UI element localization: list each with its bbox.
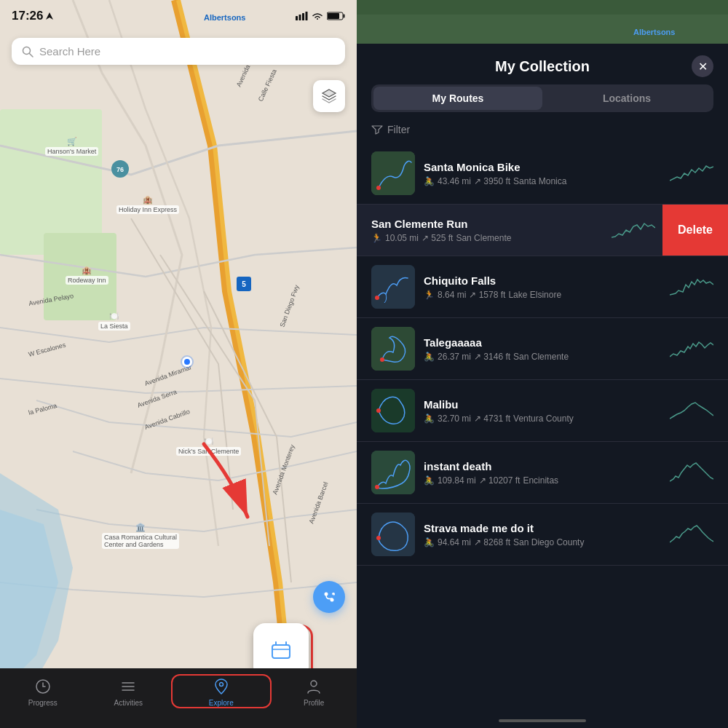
map-peek-svg: Albertsons xyxy=(357,0,728,44)
time-text-left: 17:26 xyxy=(12,9,43,23)
route-name-malibu: Malibu xyxy=(424,398,664,411)
search-bar[interactable]: Search Here xyxy=(12,38,345,65)
filter-row[interactable]: Filter xyxy=(357,121,728,143)
tab-profile[interactable]: Profile xyxy=(272,674,357,707)
map-peek: 17:26 xyxy=(357,0,728,44)
tab-explore[interactable]: Explore xyxy=(171,674,272,708)
route-name-san-clemente: San Clemente Run xyxy=(371,218,648,230)
hansons-label: Hanson's Market xyxy=(45,147,98,156)
filter-label: Filter xyxy=(387,124,410,135)
route-icon-santa-monica: 🚴 xyxy=(424,176,435,186)
elevation-chart-santa-monica xyxy=(670,162,713,184)
svg-text:+: + xyxy=(331,593,334,597)
route-item-malibu[interactable]: Malibu 🚴 32.70 mi ↗ 4731 ft Ventura Coun… xyxy=(357,380,728,442)
progress-label: Progress xyxy=(28,699,58,707)
route-map-talegaaaaa xyxy=(371,327,415,371)
elevation-chart-instant-death xyxy=(670,462,713,483)
svg-rect-30 xyxy=(272,645,290,658)
route-item-chiquito[interactable]: Chiquito Falls 🏃 8.64 mi ↗ 1578 ft Lake … xyxy=(357,256,728,318)
poi-hansons: 🛒 Hanson's Market xyxy=(45,137,98,156)
route-info-talegaaaaa: Talegaaaaa 🚴 26.37 mi ↗ 3146 ft San Clem… xyxy=(424,336,664,362)
close-button[interactable]: ✕ xyxy=(692,55,713,77)
layers-icon xyxy=(321,88,337,104)
route-name-strava: Strava made me do it xyxy=(424,522,664,534)
route-item-strava[interactable]: Strava made me do it 🚴 94.64 mi ↗ 8268 f… xyxy=(357,504,728,566)
tab-locations[interactable]: Locations xyxy=(542,87,711,110)
add-route-icon: + xyxy=(322,590,336,604)
route-map-instant-death xyxy=(371,451,415,494)
home-indicator xyxy=(357,713,728,728)
explore-label: Explore xyxy=(209,699,234,707)
location-arrow-icon xyxy=(46,12,53,20)
route-details-talegaaaaa: 🚴 26.37 mi ↗ 3146 ft San Clemente xyxy=(424,352,664,362)
route-item-instant-death[interactable]: instant death 🚴 109.84 mi ↗ 10207 ft Enc… xyxy=(357,442,728,504)
routes-list: Santa Monica Bike 🚴 43.46 mi ↗ 3950 ft S… xyxy=(357,143,728,713)
svg-rect-26 xyxy=(328,13,339,19)
tab-activities[interactable]: Activities xyxy=(86,674,172,707)
tab-progress[interactable]: Progress xyxy=(0,674,86,707)
route-nothumbed-content: San Clemente Run 🏃 10.05 mi ↗ 525 ft San… xyxy=(357,207,662,253)
route-details-instant-death: 🚴 109.84 mi ↗ 10207 ft Encinitas xyxy=(424,475,664,486)
route-details-strava: 🚴 94.64 mi ↗ 8268 ft San Diego County xyxy=(424,537,664,547)
route-info-chiquito: Chiquito Falls 🏃 8.64 mi ↗ 1578 ft Lake … xyxy=(424,274,664,300)
battery-icon xyxy=(327,12,345,20)
map-background: 5 Avenida Calle Fiesta San Diego Fwy Ave… xyxy=(0,0,357,728)
lasiesta-label: La Siesta xyxy=(98,322,130,331)
route-item-san-clemente[interactable]: San Clemente Run 🏃 10.05 mi ↗ 525 ft San… xyxy=(357,205,728,256)
svg-point-60 xyxy=(376,408,381,413)
route-thumb-santa-monica xyxy=(371,151,415,195)
bottom-tab-bar-left: Progress Activities Explore xyxy=(0,668,357,728)
add-route-button[interactable]: + xyxy=(313,581,345,613)
activities-label: Activities xyxy=(114,699,143,707)
casa-label: Casa Romantica CulturalCenter and Garden… xyxy=(102,533,179,549)
status-icons-left xyxy=(296,12,345,20)
tab-my-routes[interactable]: My Routes xyxy=(373,87,542,110)
layers-button[interactable] xyxy=(313,80,345,112)
profile-icon xyxy=(304,677,323,696)
svg-rect-20 xyxy=(296,16,298,20)
delete-button[interactable]: Delete xyxy=(662,205,728,256)
filter-icon xyxy=(371,124,383,135)
location-dot xyxy=(182,357,192,367)
right-panel: 17:26 xyxy=(357,0,728,728)
route-icon-chiquito: 🏃 xyxy=(424,290,435,300)
rodeway-label: Rodeway Inn xyxy=(66,276,108,285)
profile-label: Profile xyxy=(304,699,324,707)
route-info-instant-death: instant death 🚴 109.84 mi ↗ 10207 ft Enc… xyxy=(424,460,664,486)
svg-point-56 xyxy=(375,296,379,300)
route-thumb-talegaaaaa xyxy=(371,327,415,371)
route-item-santa-monica[interactable]: Santa Monica Bike 🚴 43.46 mi ↗ 3950 ft S… xyxy=(357,143,728,205)
route-map-strava xyxy=(371,513,415,556)
route-info-strava: Strava made me do it 🚴 94.64 mi ↗ 8268 f… xyxy=(424,522,664,547)
svg-rect-57 xyxy=(371,327,415,371)
route-details-san-clemente: 🏃 10.05 mi ↗ 525 ft San Clemente xyxy=(371,233,648,243)
route-map-chiquito xyxy=(371,265,415,309)
activities-icon xyxy=(119,677,138,696)
route-icon-strava: 🚴 xyxy=(424,537,435,547)
svg-rect-25 xyxy=(344,15,345,18)
route-thumb-chiquito xyxy=(371,265,415,309)
search-placeholder: Search Here xyxy=(39,45,100,58)
elevation-chart-talegaaaaa xyxy=(670,338,713,360)
svg-rect-55 xyxy=(371,265,415,309)
progress-icon xyxy=(33,677,52,696)
route-item-talegaaaaa[interactable]: Talegaaaaa 🚴 26.37 mi ↗ 3146 ft San Clem… xyxy=(357,318,728,380)
route-details-malibu: 🚴 32.70 mi ↗ 4731 ft Ventura County xyxy=(424,414,664,424)
elevation-chart-chiquito xyxy=(670,276,713,298)
route-name-chiquito: Chiquito Falls xyxy=(424,274,664,287)
route-name-instant-death: instant death xyxy=(424,460,664,472)
svg-rect-63 xyxy=(371,513,415,556)
poi-rodeway: 🏨 Rodeway Inn xyxy=(66,266,108,285)
route-thumb-malibu xyxy=(371,389,415,432)
poi-casa: 🏛️ Casa Romantica CulturalCenter and Gar… xyxy=(102,523,179,549)
collection-icon-floating xyxy=(269,639,293,662)
svg-marker-19 xyxy=(46,12,53,20)
route-thumb-strava xyxy=(371,513,415,556)
route-info-malibu: Malibu 🚴 32.70 mi ↗ 4731 ft Ventura Coun… xyxy=(424,398,664,424)
route-map-malibu xyxy=(371,389,415,432)
svg-point-39 xyxy=(219,683,223,687)
svg-rect-21 xyxy=(299,15,301,20)
route-icon-san-clemente: 🏃 xyxy=(371,233,382,243)
svg-text:76: 76 xyxy=(116,166,124,173)
red-arrow xyxy=(189,437,262,531)
